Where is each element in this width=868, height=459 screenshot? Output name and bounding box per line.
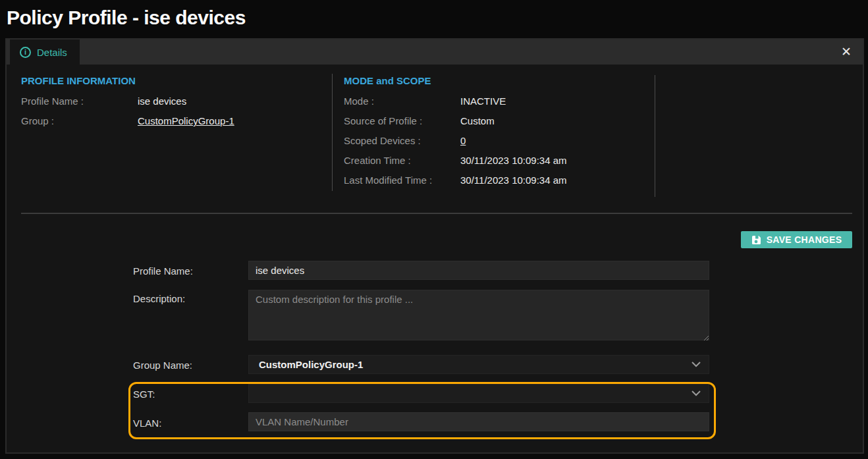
- source-of-profile-label: Source of Profile :: [344, 115, 422, 126]
- description-field-label: Description:: [133, 293, 185, 304]
- last-modified-time-value: 30/11/2023 10:09:34 am: [460, 175, 567, 186]
- profile-name-static-label: Profile Name :: [21, 95, 84, 107]
- save-changes-label: SAVE CHANGES: [767, 234, 842, 245]
- sgt-field-label: SGT:: [133, 389, 155, 400]
- group-link[interactable]: CustomPolicyGroup-1: [138, 115, 234, 126]
- vlan-field-label: VLAN:: [133, 418, 161, 429]
- tab-details[interactable]: i Details: [10, 40, 80, 65]
- save-floppy-icon: [751, 235, 761, 245]
- profile-name-static-value: ise devices: [138, 95, 186, 107]
- chevron-down-icon: [692, 391, 701, 396]
- scoped-devices-link[interactable]: 0: [460, 135, 466, 146]
- chevron-down-icon: [692, 362, 701, 367]
- column-divider-2: [655, 75, 655, 197]
- close-icon[interactable]: ✕: [839, 45, 854, 59]
- last-modified-time-label: Last Modified Time :: [344, 175, 432, 186]
- creation-time-value: 30/11/2023 10:09:34 am: [460, 155, 567, 166]
- textarea-resize-handle[interactable]: [703, 335, 709, 341]
- vlan-input[interactable]: [248, 412, 709, 431]
- save-changes-button[interactable]: SAVE CHANGES: [741, 231, 852, 248]
- creation-time-label: Creation Time :: [344, 155, 411, 166]
- mode-scope-heading: MODE and SCOPE: [344, 75, 431, 86]
- tab-details-label: Details: [37, 47, 67, 58]
- sgt-select[interactable]: [248, 384, 709, 403]
- group-name-select[interactable]: CustomPolicyGroup-1: [248, 355, 709, 374]
- profile-name-field-label: Profile Name:: [133, 265, 193, 277]
- group-name-field-label: Group Name:: [133, 360, 192, 371]
- tab-bar: i Details ✕: [7, 40, 863, 65]
- profile-information-heading: PROFILE INFORMATION: [21, 75, 136, 86]
- group-name-select-value: CustomPolicyGroup-1: [259, 359, 692, 370]
- description-textarea[interactable]: [248, 290, 709, 340]
- mode-value: INACTIVE: [460, 95, 506, 107]
- scoped-devices-label: Scoped Devices :: [344, 135, 421, 146]
- source-of-profile-value: Custom: [460, 115, 495, 126]
- mode-label: Mode :: [344, 95, 374, 107]
- section-divider: [21, 213, 852, 214]
- profile-name-input[interactable]: [248, 261, 709, 280]
- column-divider-1: [332, 74, 333, 191]
- page-title: Policy Profile - ise devices: [7, 7, 246, 29]
- group-static-label: Group :: [21, 115, 54, 126]
- policy-profile-dialog: i Details ✕ PROFILE INFORMATION Profile …: [5, 38, 864, 454]
- info-icon: i: [20, 47, 31, 58]
